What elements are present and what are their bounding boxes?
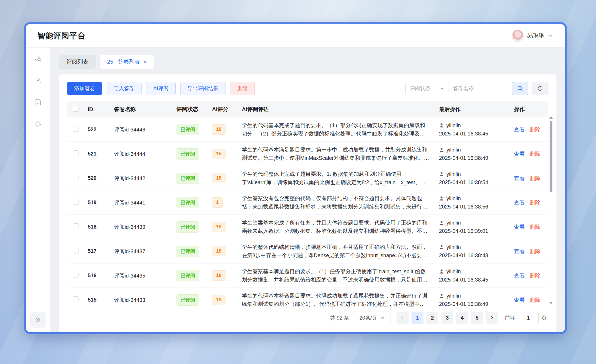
page-button-2[interactable]: 2 [426, 312, 438, 324]
tab-review-list[interactable]: 评阅列表 [59, 55, 96, 69]
row-checkbox[interactable] [73, 175, 79, 180]
sidebar-collapse-button[interactable] [30, 312, 46, 328]
table-row: 517 评阅id-34437 已评阅 18 学生的整体代码结构清晰，步骤基本正确… [67, 239, 548, 263]
status-badge: 已评阅 [177, 197, 199, 208]
cell-comment: 学生答案基本满足题目的要求。（1）任务部分正确使用了`train_test_sp… [242, 267, 434, 284]
next-page-button[interactable] [486, 312, 498, 324]
table-row: 520 评阅id-34442 已评阅 18 学生的代码整体上完成了题目要求。1.… [67, 166, 548, 190]
delete-link[interactable]: 删除 [530, 200, 540, 206]
view-link[interactable]: 查看 [514, 224, 525, 230]
page-button-1[interactable]: 1 [411, 312, 424, 324]
search-button[interactable] [512, 82, 528, 95]
goto-page-input[interactable] [518, 312, 539, 324]
double-chevron-right-icon [35, 317, 42, 323]
operation-time: 2025-04-01 16:38:54 [439, 179, 509, 186]
scrollbar-thumb[interactable] [550, 121, 552, 192]
answers-table: ID 答卷名称 评阅状态 AI评分 AI评阅评语 最后操作 操作 [67, 101, 548, 312]
tab-answer-list[interactable]: 25 - 答卷列表 × [100, 55, 154, 69]
delete-link[interactable]: 删除 [530, 273, 540, 279]
row-checkbox[interactable] [73, 296, 79, 302]
content-card: 添加答卷 导入答卷 AI评阅 导出评阅结果 删除 评阅状态 [59, 74, 556, 332]
operation-time: 2025-04-01 16:38:49 [439, 301, 509, 307]
operator-name: yilinlin [446, 195, 461, 202]
status-badge: 已评阅 [177, 124, 199, 135]
view-link[interactable]: 查看 [514, 151, 525, 157]
row-checkbox[interactable] [73, 199, 79, 205]
operator-name: yilinlin [446, 147, 461, 153]
add-answer-button[interactable]: 添加答卷 [67, 82, 102, 95]
table-body: 522 评阅id-34446 已评阅 18 学生的代码基本完成了题目的要求。（1… [67, 117, 548, 312]
scroll-down-arrow-icon[interactable] [549, 302, 553, 304]
view-link[interactable]: 查看 [514, 127, 525, 133]
answer-name-input[interactable] [448, 82, 508, 95]
delete-button[interactable]: 删除 [230, 82, 255, 95]
status-badge: 已评阅 [177, 294, 199, 306]
select-all-checkbox[interactable] [73, 106, 79, 112]
refresh-button[interactable] [532, 82, 548, 95]
operator-name: yilinlin [446, 171, 461, 177]
cell-comment: 学生的代码基本满足题目要求。第一步中，成功加载了数据，并划分成训练集和测试集。第… [242, 145, 434, 162]
app-body: 评阅列表 25 - 答卷列表 × 添加答卷 导入答卷 AI评阅 导出评阅结果 [26, 48, 565, 332]
row-checkbox[interactable] [73, 223, 79, 229]
view-link[interactable]: 查看 [514, 273, 525, 279]
table-row: 522 评阅id-34446 已评阅 18 学生的代码基本完成了题目的要求。（1… [67, 117, 548, 142]
operation-time: 2025-04-01 16:38:49 [439, 155, 509, 161]
row-checkbox[interactable] [73, 150, 79, 156]
delete-link[interactable]: 删除 [530, 248, 540, 254]
delete-link[interactable]: 删除 [530, 175, 540, 181]
delete-link[interactable]: 删除 [530, 127, 540, 133]
operator-name: yilinlin [446, 293, 461, 299]
delete-link[interactable]: 删除 [530, 297, 540, 303]
cell-comment: 学生答案没有包含完整的代码，仅有部分结构，不符合题目要求。具体问题包括：未加载鸢… [242, 194, 434, 211]
review-status-select[interactable]: 评阅状态 [405, 82, 448, 95]
view-link[interactable]: 查看 [514, 200, 525, 206]
column-header-status: 评阅状态 [174, 101, 210, 117]
view-link[interactable]: 查看 [514, 175, 525, 181]
score-badge: 1 [212, 197, 223, 208]
cell-answer-name: 评阅id-34441 [112, 190, 174, 215]
row-checkbox[interactable] [73, 248, 79, 253]
operation-time: 2025-04-01 16:38:56 [439, 204, 509, 210]
column-header-actions: 操作 [512, 101, 548, 117]
sidebar-item-review-list[interactable] [34, 55, 42, 62]
row-checkbox[interactable] [73, 272, 79, 278]
column-header-score: AI评分 [210, 101, 240, 117]
user-icon [439, 220, 444, 225]
ai-review-button[interactable]: AI评阅 [146, 82, 176, 95]
import-answer-button[interactable]: 导入答卷 [107, 82, 142, 95]
export-results-button[interactable]: 导出评阅结果 [180, 82, 226, 95]
column-header-comment: AI评阅评语 [240, 101, 437, 117]
view-link[interactable]: 查看 [514, 297, 525, 303]
prev-page-button[interactable] [397, 312, 409, 324]
chevron-down-icon [440, 86, 444, 91]
avatar[interactable] [512, 30, 524, 42]
refresh-icon [537, 85, 543, 92]
score-badge: 18 [212, 173, 226, 183]
page-button-4[interactable]: 4 [456, 312, 468, 324]
user-icon [439, 123, 444, 128]
scroll-up-arrow-icon[interactable] [549, 116, 553, 119]
cell-answer-name: 评阅id-34439 [112, 215, 174, 239]
user-menu[interactable]: 易琳琳 [512, 30, 552, 42]
row-checkbox[interactable] [73, 126, 79, 132]
operation-time: 2025-04-01 16:38:45 [439, 131, 509, 137]
sidebar-item-users[interactable] [34, 77, 42, 84]
cell-id: 521 [85, 142, 112, 166]
page-size-select[interactable]: 20条/页 [353, 312, 391, 324]
delete-link[interactable]: 删除 [530, 151, 540, 157]
page-button-3[interactable]: 3 [441, 312, 453, 324]
table-scrollbar[interactable] [549, 116, 553, 304]
cell-comment: 学生的代码基本完成了题目的要求。（1）部分代码正确实现了数据集的加载和切分。（2… [242, 121, 434, 138]
delete-link[interactable]: 删除 [530, 224, 540, 230]
operator-name: yilinlin [446, 220, 461, 226]
status-badge: 已评阅 [177, 246, 199, 257]
sidebar-item-settings[interactable] [34, 120, 42, 128]
page-button-5[interactable]: 5 [471, 312, 483, 324]
status-badge: 已评阅 [177, 148, 199, 160]
score-badge: 18 [212, 270, 226, 281]
sidebar-item-answer-sheets[interactable] [34, 99, 42, 106]
tab-close-icon[interactable]: × [143, 59, 147, 65]
view-link[interactable]: 查看 [514, 248, 525, 254]
cell-comment: 学生的代码基本符合题目要求。代码成功加载了鸢尾花数据集，并正确进行了训练集和测试… [242, 292, 434, 308]
cell-answer-name: 评阅id-34433 [112, 288, 174, 312]
